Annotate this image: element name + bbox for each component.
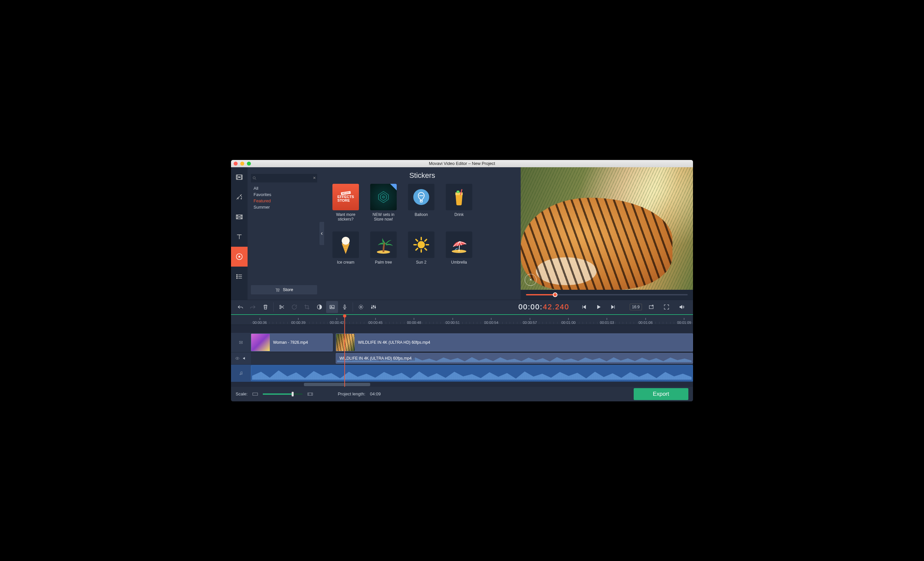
- search-input[interactable]: [259, 176, 312, 181]
- linked-audio-track: WILDLIFE IN 4K (ULTRA HD) 60fps.mp4: [231, 352, 693, 365]
- svg-point-38: [241, 373, 242, 374]
- crop-button[interactable]: [301, 301, 313, 313]
- sticker-label: Sun 2: [416, 260, 426, 269]
- rotate-button[interactable]: [288, 301, 300, 313]
- video-clip-2[interactable]: ★ WILDLIFE IN 4K (ULTRA HD) 60fps.mp4: [336, 334, 693, 352]
- sticker-grid: MOVAVIEFFECTSSTOREWant more stickers?NEW…: [330, 184, 514, 269]
- nav-transitions[interactable]: [231, 207, 248, 227]
- search-box[interactable]: ✕: [251, 174, 317, 183]
- zoom-slider[interactable]: [263, 393, 303, 395]
- svg-point-20: [346, 240, 350, 243]
- redo-button[interactable]: [247, 301, 259, 313]
- svg-rect-34: [649, 306, 653, 309]
- svg-point-19: [342, 240, 345, 243]
- sticker-label: NEW sets in Store now!: [368, 212, 399, 222]
- window-title: Movavi Video Editor – New Project: [231, 161, 693, 166]
- category-summer[interactable]: Summer: [254, 204, 324, 210]
- sticker-new-sets[interactable]: NEW sets in Store now!: [368, 184, 399, 222]
- store-label: Store: [283, 287, 293, 292]
- nav-filters[interactable]: [231, 187, 248, 207]
- timeline-scrollbar[interactable]: [251, 382, 693, 387]
- collapse-panel-button[interactable]: [320, 222, 324, 245]
- playback-controls: [578, 301, 619, 313]
- scrollbar-thumb[interactable]: [304, 383, 370, 386]
- main-area: ✕ AllFavoritesFeaturedSummer Store Stick…: [231, 167, 693, 300]
- sticker-label: Want more stickers?: [330, 212, 361, 222]
- undo-button[interactable]: [234, 301, 246, 313]
- export-button[interactable]: Export: [634, 388, 688, 400]
- next-frame-button[interactable]: [607, 301, 619, 313]
- svg-rect-29: [344, 305, 345, 307]
- sticker-label: Balloon: [415, 212, 428, 221]
- toolbar: 00:00:42.240 16:9: [231, 300, 693, 314]
- sticker-palmtree[interactable]: Palm tree: [368, 232, 399, 269]
- record-audio-button[interactable]: [339, 301, 351, 313]
- music-clip[interactable]: [251, 365, 693, 381]
- play-button[interactable]: [592, 301, 604, 313]
- color-adjust-button[interactable]: [314, 301, 326, 313]
- svg-point-8: [253, 177, 255, 179]
- nav-more[interactable]: [231, 266, 248, 286]
- prev-frame-button[interactable]: [578, 301, 590, 313]
- search-clear-icon[interactable]: ✕: [313, 176, 316, 180]
- preview-seekbar[interactable]: [520, 290, 693, 300]
- aspect-ratio-button[interactable]: 16:9: [630, 304, 642, 310]
- linked-audio-track-head[interactable]: [231, 352, 251, 364]
- svg-rect-40: [308, 393, 313, 395]
- preview-panel: ✕: [520, 167, 693, 300]
- sticker-umbrella[interactable]: Umbrella: [444, 232, 474, 269]
- sticker-want-more[interactable]: MOVAVIEFFECTSSTOREWant more stickers?: [330, 184, 361, 222]
- zoom-out-icon[interactable]: [252, 392, 258, 396]
- svg-point-13: [382, 196, 384, 198]
- svg-marker-11: [378, 191, 388, 203]
- svg-point-1: [241, 198, 242, 199]
- fullscreen-button[interactable]: [660, 301, 672, 313]
- preview-viewport[interactable]: ✕: [520, 167, 693, 290]
- category-featured[interactable]: Featured: [254, 198, 324, 204]
- nav-titles[interactable]: [231, 227, 248, 247]
- svg-point-7: [237, 278, 238, 278]
- audio-track-head[interactable]: [231, 365, 251, 382]
- titlebar: Movavi Video Editor – New Project: [231, 160, 693, 167]
- svg-point-31: [371, 307, 372, 308]
- category-panel: ✕ AllFavoritesFeaturedSummer Store: [248, 167, 324, 300]
- video-track-head[interactable]: [231, 333, 251, 352]
- cart-icon: [275, 287, 280, 292]
- video-clip-1[interactable]: Woman - 7826.mp4: [251, 334, 333, 352]
- category-favorites[interactable]: Favorites: [254, 191, 324, 198]
- sticker-balloon[interactable]: Balloon: [406, 184, 436, 222]
- svg-point-22: [418, 241, 425, 248]
- sticker-icecream[interactable]: Ice cream: [330, 232, 361, 269]
- timecode-display: 00:00:42.240: [518, 303, 569, 311]
- sticker-sun2[interactable]: Sun 2: [406, 232, 436, 269]
- svg-point-25: [280, 307, 281, 309]
- zoom-in-icon[interactable]: [307, 392, 313, 396]
- clip-properties-button[interactable]: [326, 301, 338, 313]
- linked-audio-clip[interactable]: WILDLIFE IN 4K (ULTRA HD) 60fps.mp4: [336, 353, 693, 364]
- store-button[interactable]: Store: [251, 285, 317, 295]
- svg-point-2: [242, 197, 242, 197]
- time-ruler[interactable]: 00:00:3600:00:3900:00:4200:00:4500:00:48…: [231, 315, 693, 325]
- svg-point-6: [237, 276, 238, 277]
- seek-thumb[interactable]: [553, 292, 558, 297]
- delete-button[interactable]: [260, 301, 272, 313]
- scale-label: Scale:: [236, 392, 248, 396]
- sticker-drink[interactable]: Drink: [444, 184, 474, 222]
- eye-icon: [235, 356, 240, 361]
- volume-button[interactable]: [676, 301, 688, 313]
- detach-preview-button[interactable]: [645, 301, 657, 313]
- category-all[interactable]: All: [254, 185, 324, 191]
- settings-button[interactable]: [355, 301, 367, 313]
- split-button[interactable]: [276, 301, 288, 313]
- project-length-label: Project length:: [338, 392, 365, 396]
- nav-stickers[interactable]: [231, 247, 248, 266]
- nav-media[interactable]: [231, 167, 248, 187]
- equalizer-button[interactable]: [368, 301, 380, 313]
- project-length-value: 04:09: [370, 392, 381, 396]
- sticker-label: Palm tree: [375, 260, 392, 269]
- sticker-label: Drink: [454, 212, 464, 221]
- app-window: Movavi Video Editor – New Project ✕ AllF…: [231, 160, 693, 401]
- audio-track: [231, 365, 693, 382]
- svg-point-9: [277, 291, 278, 292]
- speaker-icon: [242, 356, 247, 361]
